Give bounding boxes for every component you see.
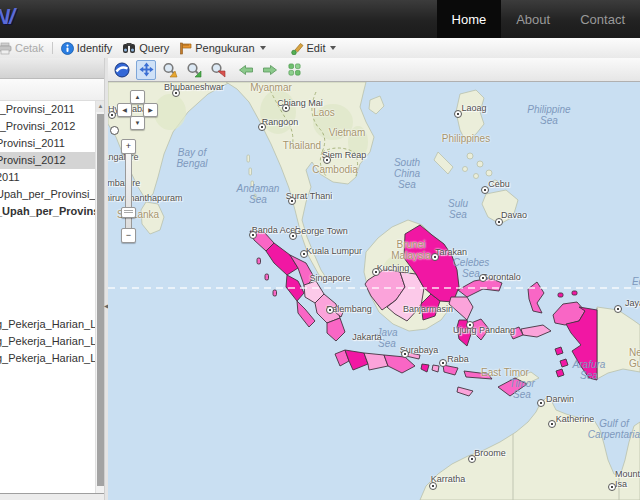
measure-button[interactable]: Pengukuran xyxy=(174,38,270,58)
nav-item-contact[interactable]: Contact xyxy=(565,0,640,38)
scrollbar-thumb[interactable] xyxy=(97,114,104,486)
pan-down-button[interactable]: ▼ xyxy=(130,116,145,130)
full-extent-icon xyxy=(287,62,302,77)
layer-item[interactable]: r_Provinsi_2011 xyxy=(0,101,95,118)
layer-item[interactable]: Provinsi_2011 xyxy=(0,135,95,152)
zoom-previous-button[interactable] xyxy=(160,60,180,80)
top-nav: N/ Home About Contact xyxy=(0,0,640,39)
webgis-app: { "colors":{ "sea":"#c9dff2","land":"#eb… xyxy=(0,0,640,500)
zoom-in-plus-button[interactable]: + xyxy=(121,139,136,154)
pan-left-button[interactable]: ◀ xyxy=(117,103,132,117)
layer-item[interactable]: 2011 xyxy=(0,169,95,186)
zoom-out-minus-button[interactable]: − xyxy=(121,228,136,243)
pencil-icon xyxy=(290,42,304,55)
map-zoom-control: + − xyxy=(121,139,134,242)
layer-item[interactable]: g_Pekerja_Harian_Lepas_ xyxy=(0,316,95,333)
back-arrow-icon xyxy=(238,63,254,77)
query-button[interactable]: Query xyxy=(117,38,174,58)
layer-item[interactable]: Provinsi_2012 xyxy=(0,152,95,169)
full-extent-button[interactable] xyxy=(284,60,304,80)
measure-icon xyxy=(179,42,192,55)
printer-icon xyxy=(0,42,12,55)
sidebar-subheader xyxy=(0,79,104,101)
app-logo: N/ xyxy=(0,4,14,30)
map-viewport[interactable]: Bay of BengalAndaman SeaSouth China SeaP… xyxy=(108,82,640,500)
nav-menu: Home About Contact xyxy=(437,0,640,38)
pan-up-button[interactable]: ▲ xyxy=(130,90,145,104)
map-pan-control: ▲ ◀ ▶ ▼ xyxy=(116,90,162,136)
zoom-slider-handle[interactable] xyxy=(121,207,136,218)
info-icon xyxy=(61,42,74,55)
nav-item-about[interactable]: About xyxy=(501,0,565,38)
zoom-in-icon xyxy=(186,62,202,78)
pan-right-button[interactable]: ▶ xyxy=(143,103,158,117)
query-label: Query xyxy=(139,42,169,54)
edit-label: Edit xyxy=(307,42,326,54)
map-toolbar xyxy=(108,58,640,82)
toolbar-separator xyxy=(52,42,53,54)
forward-arrow-icon xyxy=(262,63,278,77)
google-earth-button[interactable] xyxy=(112,60,132,80)
layer-group-gap xyxy=(0,220,95,316)
edit-button[interactable]: Edit xyxy=(285,38,342,58)
layer-item[interactable]: r_Provinsi_2012 xyxy=(0,118,95,135)
print-button[interactable]: Cetak xyxy=(0,38,49,58)
forward-extent-button[interactable] xyxy=(260,60,280,80)
pan-icon xyxy=(139,62,154,77)
back-extent-button[interactable] xyxy=(236,60,256,80)
binoculars-icon xyxy=(122,42,136,54)
nav-item-home[interactable]: Home xyxy=(437,0,502,38)
identify-button[interactable]: Identify xyxy=(56,38,117,58)
zoom-out-icon xyxy=(210,62,226,78)
pan-tool-button[interactable] xyxy=(136,60,156,80)
layer-item[interactable]: g_Pekerja_Harian_Lepas_ xyxy=(0,333,95,350)
layer-item[interactable]: g_Pekerja_Harian_Lepas_ xyxy=(0,350,95,367)
identify-label: Identify xyxy=(77,42,112,54)
measure-label: Pengukuran xyxy=(195,42,254,54)
layers-sidebar: r_Provinsi_2011r_Provinsi_2012Provinsi_2… xyxy=(0,58,104,500)
app-toolbar: Cetak Identify Query Pengukuran xyxy=(0,38,640,59)
chevron-down-icon xyxy=(330,46,336,50)
layer-item[interactable]: _Upah_per_Provinsi_2012 xyxy=(0,203,95,220)
zoom-out-button[interactable] xyxy=(208,60,228,80)
layer-item[interactable]: Upah_per_Provinsi_2011 xyxy=(0,186,95,203)
print-label: Cetak xyxy=(15,42,44,54)
zoom-previous-icon xyxy=(162,62,178,78)
content-area: r_Provinsi_2011r_Provinsi_2012Provinsi_2… xyxy=(0,58,640,500)
map-column: Bay of BengalAndaman SeaSouth China SeaP… xyxy=(108,58,640,500)
zoom-in-button[interactable] xyxy=(184,60,204,80)
sidebar-panel-header[interactable] xyxy=(0,58,104,79)
layer-list: r_Provinsi_2011r_Provinsi_2012Provinsi_2… xyxy=(0,101,95,493)
map-svg xyxy=(108,82,640,500)
google-earth-icon xyxy=(114,62,130,78)
chevron-down-icon xyxy=(260,46,266,50)
pan-center-icon[interactable] xyxy=(110,126,119,135)
sidebar-footer xyxy=(0,493,104,500)
